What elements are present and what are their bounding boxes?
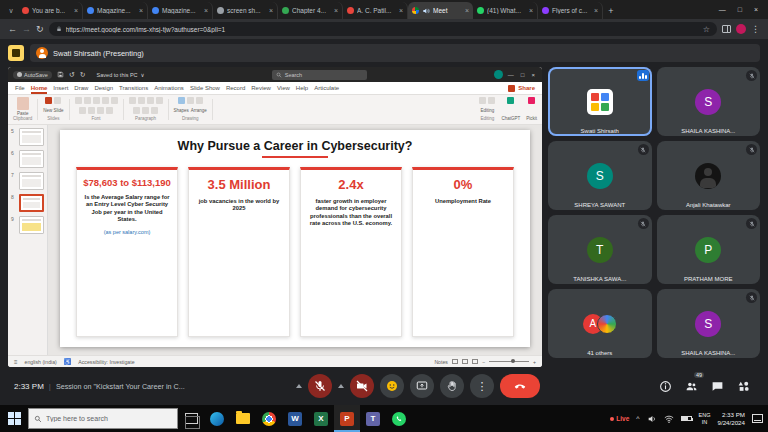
stat-value: 3.5 Million: [208, 178, 271, 193]
tab-audio-playing-icon[interactable]: [422, 7, 430, 15]
participant-tile[interactable]: Anjali Khatawkar: [657, 141, 761, 210]
participant-tile[interactable]: T TANISHKA SAWA...: [548, 215, 652, 284]
browser-profile-avatar[interactable]: [736, 24, 746, 34]
browser-tab-6[interactable]: A. C. Patil... ×: [343, 2, 408, 19]
tray-expand-icon[interactable]: ^: [636, 415, 639, 422]
tab-close-icon[interactable]: ×: [529, 7, 533, 14]
start-button[interactable]: [0, 405, 28, 432]
network-icon[interactable]: [664, 414, 674, 424]
browser-tab-2[interactable]: Magazine... ×: [83, 2, 148, 19]
reactions-button[interactable]: [380, 374, 404, 398]
battery-icon[interactable]: [681, 416, 692, 421]
mic-muted-icon: [746, 218, 757, 229]
mic-button[interactable]: [308, 374, 332, 398]
chat-button[interactable]: [711, 380, 724, 393]
participant-tile[interactable]: S SHAILA KASHINA...: [657, 289, 761, 358]
autosave-toggle: AutoSave: [13, 71, 52, 79]
browser-tab-9[interactable]: Flyers of c... ×: [538, 2, 603, 19]
tab-label: Meet: [433, 7, 462, 14]
split-screen-icon[interactable]: [722, 25, 731, 33]
url-field[interactable]: https://meet.google.com/ims-xhsj-tjw?aut…: [49, 22, 717, 36]
browser-menu-dots-icon[interactable]: ⋮: [751, 25, 760, 34]
browser-tab-5[interactable]: Chapter 4... ×: [278, 2, 343, 19]
taskbar-time: 2:33 PM: [722, 411, 745, 418]
taskbar-app-teams[interactable]: T: [360, 405, 386, 432]
search-input[interactable]: [46, 415, 172, 422]
tab-favicon: [347, 7, 354, 14]
minimize-button[interactable]: —: [719, 6, 726, 13]
taskbar-search[interactable]: [28, 408, 178, 429]
participant-tile[interactable]: P PRATHAM MORE: [657, 215, 761, 284]
ppt-tab-animations: Animations: [154, 85, 184, 91]
tab-close-icon[interactable]: ×: [399, 7, 403, 14]
camera-button[interactable]: [350, 374, 374, 398]
shared-screen-presentation-tile[interactable]: AutoSave ↺ ↻ Saved to this PC ∨ Search: [8, 67, 542, 367]
participant-name: TANISHKA SAWA...: [548, 276, 652, 282]
favorite-star-icon[interactable]: ☆: [703, 25, 710, 34]
ppt-tab-insert: Insert: [53, 85, 68, 91]
participant-name: SHAILA KASHINA...: [657, 128, 761, 134]
taskbar-app-edge[interactable]: [204, 405, 230, 432]
refresh-button[interactable]: ↻: [36, 25, 44, 34]
tab-favicon: [217, 7, 224, 14]
people-button[interactable]: 49: [685, 380, 698, 393]
participant-tile-others[interactable]: A 41 others: [548, 289, 652, 358]
back-button[interactable]: ←: [8, 25, 17, 34]
taskbar-app-word[interactable]: W: [282, 405, 308, 432]
tab-close-icon[interactable]: ×: [139, 7, 143, 14]
taskbar-app-file-explorer[interactable]: [230, 405, 256, 432]
presenter-avatar: [36, 47, 48, 59]
slide-thumbnail: 6: [11, 150, 44, 168]
browser-tab-meet-active[interactable]: Meet ×: [408, 2, 473, 19]
action-center-button[interactable]: [752, 414, 763, 423]
taskbar-app-powerpoint-active[interactable]: P: [334, 405, 360, 432]
more-options-button[interactable]: ⋮: [470, 374, 494, 398]
tab-close-icon[interactable]: ×: [465, 7, 469, 14]
browser-tab-8[interactable]: (41) What... ×: [473, 2, 538, 19]
current-slide: Why Pursue a Career in Cybersecurity? $7…: [60, 130, 530, 347]
meeting-details-button[interactable]: [659, 380, 672, 393]
tab-close-icon[interactable]: ×: [74, 7, 78, 14]
slide-thumbnail-panel: 5 6 7 8 9: [8, 125, 48, 355]
taskbar-app-chrome[interactable]: [256, 405, 282, 432]
activities-button[interactable]: [737, 380, 750, 393]
stat-description: job vacancies in the world by 2025: [194, 198, 284, 213]
participant-tile[interactable]: S SHAILA KASHINA...: [657, 67, 761, 136]
participant-tile-presenter[interactable]: Swati Shirsath: [548, 67, 652, 136]
taskbar-app-excel[interactable]: X: [308, 405, 334, 432]
end-call-button[interactable]: [500, 374, 540, 398]
tab-close-icon[interactable]: ×: [204, 7, 208, 14]
new-tab-button[interactable]: +: [603, 2, 619, 19]
forward-button[interactable]: →: [22, 25, 31, 34]
floating-widget-icon[interactable]: [8, 45, 24, 61]
participant-tile[interactable]: S SHREYA SAWANT: [548, 141, 652, 210]
taskbar-app-wh atsapp[interactable]: [386, 405, 412, 432]
task-view-button[interactable]: [178, 405, 204, 432]
maximize-button[interactable]: □: [738, 6, 742, 13]
volume-icon[interactable]: [647, 414, 657, 424]
ppt-share-button: Share: [508, 85, 535, 92]
present-screen-button[interactable]: [410, 374, 434, 398]
camera-options-chevron-icon[interactable]: [338, 384, 344, 388]
ppt-tab-review: Review: [251, 85, 271, 91]
tab-search-chevron-icon[interactable]: ∨: [4, 2, 18, 19]
tab-close-icon[interactable]: ×: [334, 7, 338, 14]
browser-tab-1[interactable]: You are b... ×: [18, 2, 83, 19]
ppt-tab-help: Help: [296, 85, 308, 91]
browser-tab-3[interactable]: Magazine... ×: [148, 2, 213, 19]
chrome-icon: [262, 412, 276, 426]
ppt-ribbon-toolbar: Paste Clipboard New Slide Slides Font: [8, 95, 542, 125]
tab-favicon: [282, 7, 289, 14]
browser-tab-4[interactable]: screen sh... ×: [213, 2, 278, 19]
taskbar-clock[interactable]: 2:33 PM 9/24/2024: [717, 411, 745, 425]
tab-close-icon[interactable]: ×: [269, 7, 273, 14]
slide-thumbnail: 5: [11, 128, 44, 146]
meeting-clock: 2:33 PM: [14, 382, 44, 391]
slide-canvas: Why Pursue a Career in Cybersecurity? $7…: [48, 125, 542, 355]
close-window-button[interactable]: ×: [754, 6, 758, 13]
mic-options-chevron-icon[interactable]: [296, 384, 302, 388]
avatar: [597, 314, 617, 334]
tab-close-icon[interactable]: ×: [594, 7, 598, 14]
raise-hand-button[interactable]: [440, 374, 464, 398]
language-indicator[interactable]: ENG IN: [699, 412, 711, 424]
